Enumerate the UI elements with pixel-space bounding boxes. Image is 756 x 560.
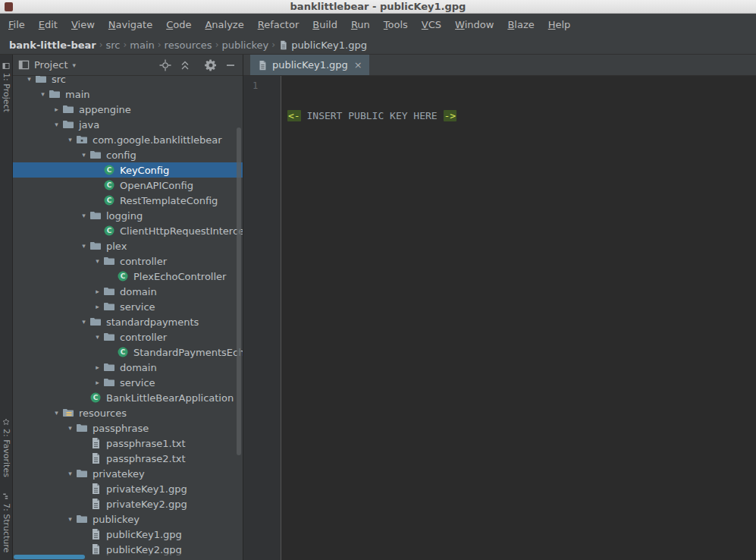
breadcrumb-item-src[interactable]: src — [103, 38, 124, 52]
chevron-down-icon[interactable]: ▾ — [37, 90, 49, 98]
close-icon[interactable]: × — [353, 60, 362, 70]
tree-item-label: privateKey1.gpg — [106, 483, 187, 495]
menu-item-file[interactable]: File — [2, 16, 32, 33]
chevron-down-icon[interactable]: ▾ — [78, 151, 89, 159]
chevron-down-icon[interactable]: ▾ — [92, 333, 103, 341]
chevron-down-icon[interactable]: ▾ — [64, 470, 76, 477]
tree-item-publickey[interactable]: ▾publickey — [13, 511, 243, 527]
tree-item-resttemplateconfig[interactable]: CRestTemplateConfig — [13, 193, 243, 208]
breadcrumb-item-main[interactable]: main — [127, 38, 157, 52]
package-icon — [76, 134, 88, 146]
tree-item-label: passphrase — [93, 423, 149, 434]
chevron-down-icon[interactable]: ▾ — [78, 318, 89, 326]
chevron-down-icon[interactable]: ▾ — [24, 76, 35, 83]
tool-window-button-favorites[interactable]: 2: Favorites — [2, 418, 11, 477]
tool-window-button-project[interactable]: 1: Project — [2, 62, 11, 112]
tree-item-plexechocontroller[interactable]: CPlexEchoController — [13, 269, 243, 284]
tool-window-button-structure[interactable]: 7: Structure — [2, 492, 11, 552]
collapse-all-icon[interactable] — [179, 59, 191, 71]
tree-item-privatekey1.gpg[interactable]: privateKey1.gpg — [13, 481, 243, 496]
project-panel-header: Project ▾ — [13, 55, 243, 76]
tree-item-domain[interactable]: ▸domain — [13, 360, 243, 375]
chevron-right-icon[interactable]: ▸ — [92, 363, 103, 371]
line-number: 1 — [253, 80, 281, 91]
project-window-icon — [2, 62, 10, 70]
tree-item-publickey1.gpg[interactable]: publicKey1.gpg — [13, 527, 243, 542]
tree-item-service[interactable]: ▸service — [13, 299, 243, 314]
editor-column: publicKey1.gpg × 1 <- INSERT PUBLIC KEY … — [243, 55, 756, 560]
menu-item-edit[interactable]: Edit — [32, 16, 64, 33]
tree-item-com.google.banklittlebear[interactable]: ▾com.google.banklittlebear — [13, 132, 243, 147]
menu-item-view[interactable]: View — [64, 16, 102, 33]
menu-item-code[interactable]: Code — [159, 16, 198, 33]
menu-item-blaze[interactable]: Blaze — [500, 16, 541, 33]
tree-item-standardpayments[interactable]: ▾standardpayments — [13, 314, 243, 329]
chevron-down-icon[interactable]: ▾ — [78, 242, 89, 250]
chevron-down-icon[interactable]: ▾ — [51, 121, 62, 128]
tree-item-main[interactable]: ▾main — [13, 87, 243, 102]
breadcrumb-item-publickey1.gpg[interactable]: publicKey1.gpg — [275, 38, 370, 52]
menu-item-analyze[interactable]: Analyze — [198, 16, 250, 33]
menu-item-run[interactable]: Run — [344, 16, 377, 33]
chevron-right-icon[interactable]: ▸ — [92, 379, 103, 386]
breadcrumb-label: resources — [165, 39, 212, 51]
locate-icon[interactable] — [159, 59, 171, 71]
tree-item-passphrase[interactable]: ▾passphrase — [13, 420, 243, 436]
tree-item-plex[interactable]: ▾plex — [13, 238, 243, 253]
menu-item-vcs[interactable]: VCS — [415, 16, 448, 33]
chevron-down-icon[interactable]: ▾ — [64, 424, 76, 432]
tree-item-clienthttprequestintercep[interactable]: CClientHttpRequestIntercep — [13, 223, 243, 238]
folder-icon — [89, 149, 102, 161]
breadcrumb-item-publickey[interactable]: publickey — [218, 38, 271, 52]
tree-horizontal-scrollbar[interactable] — [14, 555, 85, 559]
breadcrumb-item-resources[interactable]: resources — [162, 38, 215, 52]
code-editor[interactable]: <- INSERT PUBLIC KEY HERE -> — [281, 76, 756, 560]
chevron-down-icon[interactable]: ▾ — [78, 212, 89, 219]
settings-icon[interactable] — [205, 59, 217, 71]
tree-item-passphrase1.txt[interactable]: passphrase1.txt — [13, 436, 243, 451]
chevron-down-icon[interactable]: ▾ — [92, 257, 103, 265]
tool-window-button-label: 1: Project — [2, 73, 11, 112]
tree-item-logging[interactable]: ▾logging — [13, 208, 243, 223]
tree-item-banklittlebearapplication[interactable]: CBankLittleBearApplication — [13, 390, 243, 405]
folder-icon — [62, 103, 74, 115]
menu-item-window[interactable]: Window — [448, 16, 500, 33]
folder-icon — [89, 316, 102, 328]
tree-item-appengine[interactable]: ▸appengine — [13, 102, 243, 117]
tree-item-controller[interactable]: ▾controller — [13, 329, 243, 344]
tree-item-controller[interactable]: ▾controller — [13, 253, 243, 269]
menu-item-help[interactable]: Help — [541, 16, 578, 33]
tree-item-resources[interactable]: ▾resources — [13, 405, 243, 420]
chevron-down-icon[interactable]: ▾ — [51, 409, 62, 417]
menu-item-refactor[interactable]: Refactor — [251, 16, 306, 33]
tree-item-privatekey[interactable]: ▾privatekey — [13, 466, 243, 481]
chevron-down-icon[interactable]: ▾ — [64, 136, 76, 143]
tree-item-standardpaymentsech[interactable]: CStandardPaymentsEch — [13, 344, 243, 360]
chevron-down-icon[interactable]: ▾ — [64, 515, 76, 523]
tree-vertical-scrollbar[interactable] — [237, 127, 241, 455]
project-view-selector[interactable]: Project ▾ — [18, 59, 76, 71]
tree-item-java[interactable]: ▾java — [13, 117, 243, 132]
tree-item-label: controller — [120, 332, 167, 343]
tree-item-privatekey2.gpg[interactable]: privateKey2.gpg — [13, 496, 243, 511]
tree-item-config[interactable]: ▾config — [13, 147, 243, 162]
tree-item-domain[interactable]: ▸domain — [13, 284, 243, 299]
tree-item-label: RestTemplateConfig — [120, 195, 218, 206]
file-icon — [278, 40, 288, 50]
chevron-right-icon[interactable]: ▸ — [92, 288, 103, 295]
menu-item-navigate[interactable]: Navigate — [102, 16, 159, 33]
chevron-right-icon[interactable]: ▸ — [92, 303, 103, 310]
chevron-right-icon[interactable]: ▸ — [51, 105, 62, 113]
tree-item-passphrase2.txt[interactable]: passphrase2.txt — [13, 451, 243, 466]
editor-gutter: 1 — [243, 76, 281, 560]
menu-item-tools[interactable]: Tools — [377, 16, 415, 33]
tree-item-src[interactable]: ▾src — [13, 76, 243, 87]
breadcrumb-item-bank-little-bear[interactable]: bank-little-bear — [6, 38, 99, 52]
tree-item-openapiconfig[interactable]: COpenAPIConfig — [13, 178, 243, 193]
hide-icon[interactable] — [224, 59, 237, 71]
tab-publickey1-gpg[interactable]: publicKey1.gpg × — [250, 55, 369, 75]
menu-item-build[interactable]: Build — [306, 16, 344, 33]
tree-item-service[interactable]: ▸service — [13, 375, 243, 390]
tree-item-keyconfig[interactable]: CKeyConfig — [13, 162, 243, 178]
folder-icon — [35, 76, 47, 85]
